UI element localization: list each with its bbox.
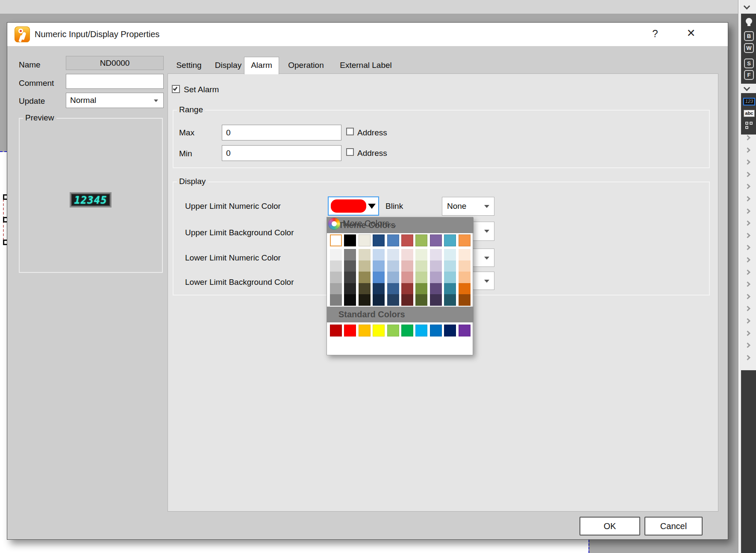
theme-color-swatch[interactable] bbox=[444, 234, 456, 246]
theme-tint-swatch[interactable] bbox=[359, 294, 371, 306]
theme-tint-swatch[interactable] bbox=[444, 260, 456, 272]
blink-dropdown[interactable]: None bbox=[442, 197, 494, 216]
expand-section-icon[interactable] bbox=[745, 306, 750, 312]
numeric-display-icon[interactable]: 123 bbox=[743, 98, 755, 105]
tab-alarm[interactable]: Alarm bbox=[244, 57, 279, 74]
expand-section-icon[interactable] bbox=[745, 135, 750, 140]
bit-button-icon[interactable]: B bbox=[744, 31, 754, 41]
set-alarm-checkbox[interactable] bbox=[172, 85, 180, 93]
theme-tint-swatch[interactable] bbox=[344, 260, 356, 272]
expand-section-icon[interactable] bbox=[745, 172, 750, 177]
theme-tint-swatch[interactable] bbox=[459, 260, 471, 272]
theme-tint-swatch[interactable] bbox=[415, 260, 427, 272]
theme-tint-swatch[interactable] bbox=[430, 249, 442, 260]
standard-color-swatch[interactable] bbox=[344, 325, 356, 336]
theme-tint-swatch[interactable] bbox=[359, 249, 371, 260]
theme-tint-swatch[interactable] bbox=[373, 249, 385, 260]
cancel-button[interactable]: Cancel bbox=[644, 517, 703, 535]
text-display-icon[interactable]: abc bbox=[744, 110, 755, 117]
theme-tint-swatch[interactable] bbox=[401, 260, 413, 272]
theme-tint-swatch[interactable] bbox=[415, 249, 427, 260]
help-button[interactable]: ? bbox=[647, 28, 663, 41]
standard-color-swatch[interactable] bbox=[444, 325, 456, 336]
standard-color-swatch[interactable] bbox=[359, 325, 371, 336]
theme-tint-swatch[interactable] bbox=[459, 294, 471, 306]
expand-section-icon[interactable] bbox=[745, 331, 750, 336]
theme-tint-swatch[interactable] bbox=[401, 272, 413, 283]
expand-section-icon[interactable] bbox=[745, 184, 750, 190]
dialog-titlebar[interactable]: Numeric Input/Display Properties ? ✕ bbox=[7, 23, 728, 46]
pilot-lamp-icon[interactable] bbox=[746, 18, 752, 24]
tab-setting[interactable]: Setting bbox=[171, 57, 207, 73]
tab-operation[interactable]: Operation bbox=[283, 57, 329, 73]
qr-code-icon[interactable] bbox=[745, 121, 753, 129]
expand-section-icon[interactable] bbox=[745, 220, 750, 226]
theme-tint-swatch[interactable] bbox=[430, 283, 442, 295]
expand-section-icon[interactable] bbox=[745, 355, 750, 360]
standard-color-swatch[interactable] bbox=[330, 325, 342, 336]
theme-color-swatch[interactable] bbox=[415, 234, 427, 246]
close-icon[interactable]: ✕ bbox=[682, 27, 700, 41]
expand-section-icon[interactable] bbox=[745, 208, 750, 214]
theme-tint-swatch[interactable] bbox=[344, 272, 356, 283]
theme-tint-swatch[interactable] bbox=[430, 272, 442, 283]
theme-tint-swatch[interactable] bbox=[401, 294, 413, 306]
tab-display[interactable]: Display bbox=[209, 57, 247, 73]
theme-tint-swatch[interactable] bbox=[373, 272, 385, 283]
theme-tint-swatch[interactable] bbox=[459, 249, 471, 260]
min-input[interactable]: 0 bbox=[222, 145, 341, 161]
standard-color-swatch[interactable] bbox=[401, 325, 413, 336]
max-address-checkbox[interactable] bbox=[346, 128, 354, 135]
theme-tint-swatch[interactable] bbox=[387, 272, 399, 283]
tab-external-label[interactable]: External Label bbox=[334, 57, 398, 73]
expand-section-icon[interactable] bbox=[745, 294, 750, 299]
theme-tint-swatch[interactable] bbox=[373, 260, 385, 272]
expand-section-icon[interactable] bbox=[745, 147, 750, 153]
standard-color-swatch[interactable] bbox=[373, 325, 385, 336]
theme-tint-swatch[interactable] bbox=[330, 283, 342, 295]
theme-tint-swatch[interactable] bbox=[330, 272, 342, 283]
theme-tint-swatch[interactable] bbox=[387, 249, 399, 260]
theme-tint-swatch[interactable] bbox=[459, 272, 471, 283]
update-dropdown[interactable]: Normal bbox=[66, 93, 164, 108]
theme-tint-swatch[interactable] bbox=[344, 249, 356, 260]
theme-tint-swatch[interactable] bbox=[330, 294, 342, 306]
expand-section-icon[interactable] bbox=[745, 281, 750, 287]
theme-color-swatch[interactable] bbox=[459, 234, 471, 246]
expand-section-icon[interactable] bbox=[745, 257, 750, 263]
theme-tint-swatch[interactable] bbox=[344, 294, 356, 306]
comment-input[interactable] bbox=[66, 74, 164, 89]
collapse-section-icon[interactable] bbox=[744, 3, 750, 10]
selector-switch-icon[interactable]: S bbox=[744, 59, 754, 68]
theme-tint-swatch[interactable] bbox=[444, 283, 456, 295]
expand-section-icon[interactable] bbox=[745, 233, 750, 238]
theme-tint-swatch[interactable] bbox=[359, 260, 371, 272]
theme-tint-swatch[interactable] bbox=[444, 272, 456, 283]
theme-color-swatch[interactable] bbox=[401, 234, 413, 246]
expand-section-icon[interactable] bbox=[745, 342, 750, 348]
theme-tint-swatch[interactable] bbox=[359, 272, 371, 283]
theme-tint-swatch[interactable] bbox=[387, 294, 399, 306]
theme-tint-swatch[interactable] bbox=[415, 294, 427, 306]
standard-color-swatch[interactable] bbox=[387, 325, 399, 336]
max-input[interactable]: 0 bbox=[222, 125, 341, 140]
theme-tint-swatch[interactable] bbox=[330, 249, 342, 260]
word-button-icon[interactable]: W bbox=[744, 43, 754, 53]
theme-tint-swatch[interactable] bbox=[430, 294, 442, 306]
theme-color-swatch[interactable] bbox=[387, 234, 399, 246]
theme-tint-swatch[interactable] bbox=[387, 260, 399, 272]
expand-section-icon[interactable] bbox=[745, 196, 750, 202]
function-key-icon[interactable]: F bbox=[744, 70, 754, 80]
theme-tint-swatch[interactable] bbox=[415, 283, 427, 295]
expand-section-icon[interactable] bbox=[745, 318, 750, 324]
expand-section-icon[interactable] bbox=[745, 269, 750, 275]
theme-tint-swatch[interactable] bbox=[459, 283, 471, 295]
expand-section-icon[interactable] bbox=[745, 245, 750, 251]
theme-tint-swatch[interactable] bbox=[444, 294, 456, 306]
ok-button[interactable]: OK bbox=[580, 517, 640, 535]
theme-tint-swatch[interactable] bbox=[430, 260, 442, 272]
theme-color-swatch[interactable] bbox=[330, 234, 342, 246]
standard-color-swatch[interactable] bbox=[415, 325, 427, 336]
theme-color-swatch[interactable] bbox=[373, 234, 385, 246]
theme-tint-swatch[interactable] bbox=[401, 249, 413, 260]
